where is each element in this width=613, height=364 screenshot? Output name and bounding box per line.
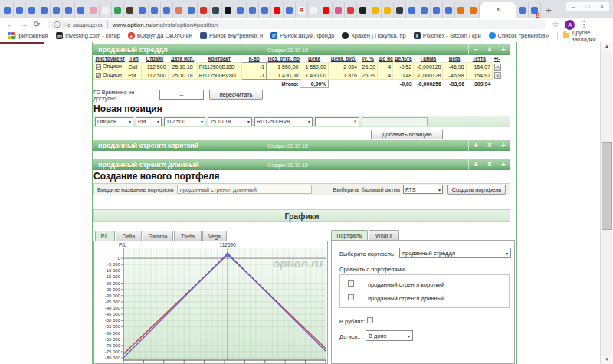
browser-tab[interactable] [259, 2, 271, 18]
browser-tab[interactable] [320, 2, 333, 18]
reload-icon[interactable]: ⟳ [34, 21, 40, 28]
browser-tab[interactable] [14, 2, 26, 18]
browser-tab[interactable] [234, 2, 247, 18]
browser-tab[interactable] [112, 2, 124, 18]
delete-icon[interactable]: × [483, 140, 497, 151]
browser-tab[interactable] [63, 2, 75, 18]
table-cell[interactable]: -1 [242, 63, 267, 71]
browser-tab[interactable] [345, 2, 357, 18]
compare-checkbox-long[interactable] [348, 294, 354, 300]
tab-delta[interactable]: Delta [116, 231, 142, 241]
bookmark-item[interactable]: евОкруг да ОкОлО ин [128, 32, 192, 39]
portfolio-select[interactable]: проданный стреддл▾ [399, 248, 511, 258]
browser-tab[interactable] [394, 2, 406, 18]
browser-tab[interactable] [357, 2, 369, 18]
go-value-field[interactable]: -- [159, 90, 204, 100]
scrollbar-thumb[interactable] [602, 142, 612, 230]
new-tab-button[interactable]: + [541, 2, 556, 18]
recalculate-button[interactable]: пересчитать [209, 90, 263, 100]
bookmark-item[interactable]: IFРынок акций, фондо [270, 32, 334, 39]
browser-tab[interactable] [185, 2, 198, 18]
column-header[interactable]: К-во [242, 55, 267, 63]
row-checkbox[interactable]: ✓ [96, 64, 101, 70]
tab-theta[interactable]: Theta [174, 231, 202, 241]
browser-tab[interactable] [443, 2, 455, 18]
delete-row-button[interactable]: × [494, 72, 501, 79]
browser-tab[interactable] [467, 2, 480, 18]
bookmark-item[interactable]: Кракен | Покупка, пр [342, 32, 405, 39]
forward-icon[interactable]: → [20, 21, 28, 28]
browser-tab[interactable] [198, 2, 210, 18]
add-icon[interactable]: + [497, 140, 510, 151]
column-header[interactable]: Контракт [197, 55, 241, 63]
expand-icon[interactable]: + [469, 140, 483, 151]
browser-tab[interactable] [284, 2, 296, 18]
delete-row-button[interactable]: × [494, 64, 501, 71]
column-header[interactable]: Поз. откр. по [267, 55, 300, 63]
table-cell[interactable]: 1 550,00 [267, 63, 300, 71]
browser-tab[interactable] [161, 2, 173, 18]
column-header[interactable]: +/- [492, 55, 502, 63]
browser-tab[interactable] [75, 2, 87, 18]
column-header[interactable]: Страйк [142, 55, 168, 63]
rubles-checkbox[interactable] [367, 317, 373, 323]
tab-whatif[interactable]: What if [369, 230, 399, 240]
url-field[interactable]: ⓘ Не защищено www.option.ru /analysis/op… [48, 20, 546, 29]
browser-tab[interactable] [271, 2, 284, 18]
type-select[interactable]: Put▾ [136, 117, 162, 126]
until-select[interactable]: В днях▾ [366, 330, 413, 341]
browser-tab[interactable] [26, 2, 38, 18]
bookmark-item[interactable]: Приложения [8, 32, 48, 39]
browser-tab[interactable] [124, 2, 136, 18]
create-portfolio-button[interactable]: Создать портфель [447, 185, 506, 195]
strike-select[interactable]: 112 500▾ [164, 117, 205, 126]
column-header[interactable]: Вега [443, 55, 466, 63]
browser-tab[interactable] [406, 2, 418, 18]
browser-tab[interactable] [516, 2, 529, 18]
active-tab[interactable]: × [480, 2, 516, 18]
tab-vega[interactable]: Vega [202, 231, 227, 241]
info-icon[interactable]: ⓘ [54, 21, 60, 29]
browser-tab[interactable] [382, 2, 394, 18]
other-bookmarks[interactable]: Другие закладки [572, 29, 607, 43]
bookmark-item[interactable]: Список тренингов [489, 32, 546, 39]
portfolio-header-strangle-long[interactable]: проданный стренгл длинный Создан 21.10.1… [93, 159, 510, 170]
column-header[interactable]: Инструмент [94, 55, 126, 63]
quantity-input[interactable]: 1 [315, 117, 359, 126]
column-header[interactable]: IV, % [359, 55, 377, 63]
instrument-select[interactable]: Опцион▾ [95, 117, 133, 126]
column-header[interactable]: Дельта [393, 55, 414, 63]
browser-tab[interactable] [149, 2, 161, 18]
tab-close-icon[interactable]: × [496, 6, 500, 14]
browser-tab[interactable] [431, 2, 443, 18]
browser-tab[interactable] [38, 2, 51, 18]
contract-select[interactable]: RI112500BV8▾ [254, 117, 313, 126]
base-asset-select[interactable]: RTS▾ [403, 185, 443, 194]
browser-tab[interactable] [136, 2, 149, 18]
delete-icon[interactable]: × [483, 44, 497, 55]
column-header[interactable]: Тетта [466, 55, 492, 63]
bookmark-item[interactable]: XPoloniex - Bitcoin / кри [414, 32, 481, 39]
table-cell[interactable]: -1 [242, 71, 267, 80]
row-checkbox[interactable]: ✓ [96, 73, 101, 78]
tab-pl[interactable]: P/L [95, 231, 115, 241]
restore-icon[interactable]: □ [585, 4, 589, 10]
scroll-up-icon[interactable]: ▲ [601, 42, 613, 51]
portfolio-name-input[interactable]: проданный стренгл длинный [177, 185, 312, 194]
browser-tab[interactable] [2, 2, 14, 18]
browser-tab[interactable] [87, 2, 100, 18]
close-icon[interactable]: × [600, 4, 604, 10]
compare-checkbox-short[interactable] [348, 280, 354, 287]
browser-tab[interactable]: Я [296, 2, 308, 18]
add-position-button[interactable]: Добавить позицию [371, 130, 443, 139]
column-header[interactable]: Тип [126, 55, 142, 63]
browser-tab[interactable] [222, 2, 234, 18]
column-header[interactable]: Гамма [414, 55, 443, 63]
browser-tab[interactable] [210, 2, 222, 18]
browser-tab[interactable]: 1 [529, 2, 541, 18]
bookmark-item[interactable]: Рынок внутренних н [200, 32, 263, 39]
column-header[interactable]: Цена, руб. [328, 55, 359, 63]
add-icon[interactable]: + [497, 44, 510, 55]
expiry-select[interactable]: 25.10.18▾ [208, 117, 252, 126]
delete-icon[interactable]: × [483, 159, 497, 170]
